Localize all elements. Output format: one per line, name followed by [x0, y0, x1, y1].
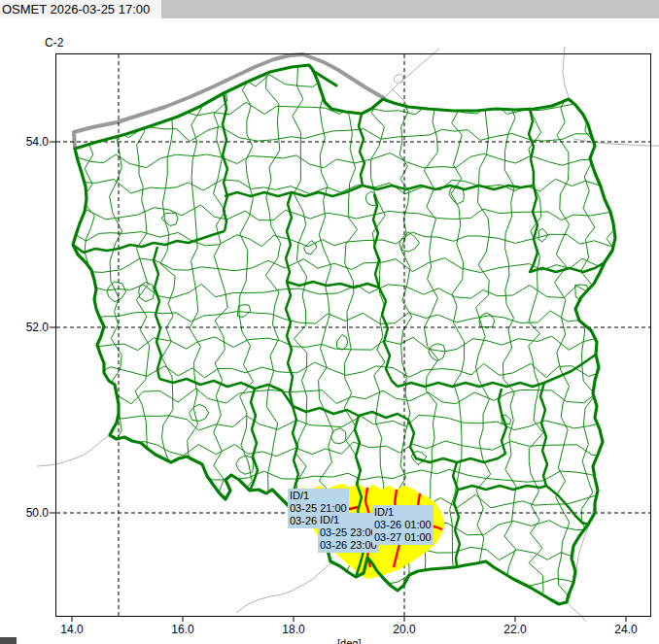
warning-id: ID/1	[374, 506, 432, 519]
warning-id: ID/1	[290, 490, 347, 502]
y-tick-label: 52.0	[23, 321, 49, 334]
warning-label[interactable]: ID/1 03-25 23:00 03-26 23:00	[318, 513, 379, 553]
x-tick-label: 20.0	[390, 623, 419, 636]
bottom-corner-fragment	[0, 637, 17, 644]
warning-start: 03-26 01:00	[374, 519, 432, 531]
warning-end: 03-26 23:00	[320, 539, 377, 552]
x-tick-label: 24.0	[611, 623, 641, 636]
x-tick-label: 16.0	[168, 623, 197, 636]
baltic-coastline	[74, 54, 384, 148]
warning-label[interactable]: ID/1 03-26 01:00 03-27 01:00	[372, 505, 434, 545]
y-tick-label: 50.0	[23, 506, 49, 520]
x-tick-label: 14.0	[57, 623, 87, 636]
y-tick-label: 54.0	[23, 135, 49, 149]
warning-end: 03-27 01:00	[374, 531, 432, 544]
x-tick-label: 18.0	[279, 623, 308, 636]
warning-id: ID/1	[320, 514, 377, 526]
map-corner-label: C-2	[45, 36, 63, 50]
x-tick-label: 22.0	[501, 623, 530, 636]
osmet-app-window: OSMET 2026-03-25 17:00	[0, 0, 659, 644]
x-axis-caption-clipped: [deg]	[337, 637, 361, 644]
warning-start: 03-25 23:00	[320, 526, 377, 539]
